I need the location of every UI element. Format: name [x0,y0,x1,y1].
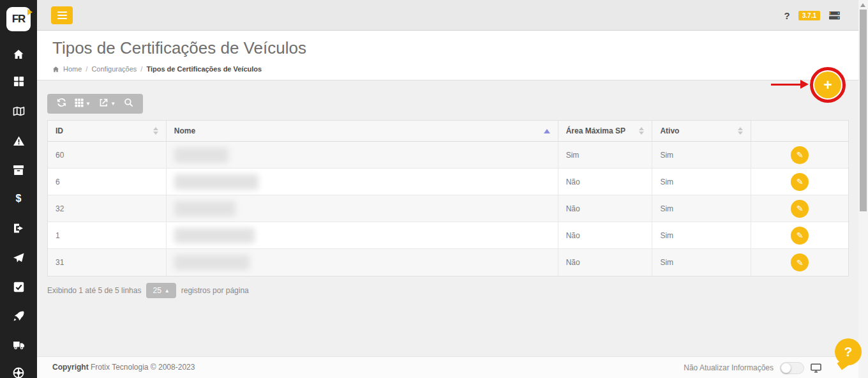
logo-arrow-icon [27,9,33,15]
sort-icon [738,127,743,135]
hamburger-menu-button[interactable] [51,6,73,24]
scrollbar-thumb[interactable] [860,10,867,211]
cell-id: 32 [48,195,167,222]
sidebar-item-rocket[interactable] [0,310,37,322]
help-widget-button[interactable]: ? [835,338,862,365]
cell-area-maxima-sp: Sim [558,142,653,168]
cell-ativo: Sim [652,142,751,168]
table-row: 60 Sim Sim ✎ [48,142,848,169]
top-navbar: ? 3.7.1 [37,0,858,31]
table-row: 6 Não Sim ✎ [48,169,848,195]
cell-id: 60 [48,142,167,168]
cell-area-maxima-sp: Não [558,249,653,276]
certifications-table: ID Nome Área Máxima SP Ativo 60 Sim Sim … [47,120,849,276]
sidebar-item-truck[interactable] [0,340,37,351]
copyright-text: Copyright Frotix Tecnologia © 2008-2023 [52,363,195,372]
export-dropdown-button[interactable]: ▼ [99,98,116,110]
pencil-icon: ✎ [797,177,804,186]
cell-nome-redacted [167,222,558,248]
cell-id: 6 [48,169,167,195]
paper-plane-icon [13,252,25,264]
sidebar-item-wheel[interactable] [0,367,37,378]
sign-out-icon [13,223,24,234]
sidebar-item-alerts[interactable] [0,135,37,147]
cell-actions: ✎ [751,142,848,168]
redacted-text [174,228,255,243]
scroll-up-arrow-icon[interactable] [860,3,865,7]
column-header-id[interactable]: ID [48,121,167,141]
update-info-toggle[interactable] [780,362,804,374]
pagination-summary: Exibindo 1 até 5 de 5 linhas [47,286,141,295]
pencil-icon: ✎ [797,258,804,268]
table-row: 1 Não Sim ✎ [48,222,848,249]
app-root: FR $ [0,0,868,378]
page-size-dropdown[interactable]: 25 ▲ [146,283,176,298]
edit-button[interactable]: ✎ [791,227,809,245]
annotation-arrow-head [800,80,809,89]
monitor-icon[interactable] [811,363,821,373]
page-header: Tipos de Certificações de Veículos Home … [37,31,858,80]
breadcrumb-separator: / [140,65,142,73]
export-icon [99,98,108,110]
toggle-label: Não Atualizar Informações [684,363,774,372]
sidebar-item-sign-out[interactable] [0,223,37,234]
server-stack-icon[interactable] [828,11,841,20]
warning-triangle-icon [13,135,25,147]
page-title: Tipos de Certificações de Veículos [52,38,306,58]
add-record-button[interactable]: + [814,72,841,98]
cell-nome-redacted [167,249,558,276]
cell-ativo: Sim [652,249,751,276]
breadcrumb: Home / Configurações / Tipos de Certific… [52,65,262,73]
sort-asc-icon [544,129,550,133]
columns-dropdown-button[interactable]: ▼ [75,98,91,110]
per-page-label: registros por página [181,286,249,295]
sort-icon [639,127,644,135]
breadcrumb-current: Tipos de Certificações de Veículos [146,65,262,73]
rocket-icon [13,310,24,322]
help-icon[interactable]: ? [784,10,790,21]
column-header-nome[interactable]: Nome [167,121,558,141]
truck-icon [13,340,25,351]
cell-actions: ✎ [751,222,848,248]
pencil-icon: ✎ [797,204,804,213]
table-row: 32 Não Sim ✎ [48,195,848,222]
app-logo[interactable]: FR [6,7,31,31]
redacted-text [174,147,228,163]
sidebar-item-send[interactable] [0,252,37,264]
edit-button[interactable]: ✎ [791,253,809,271]
cell-ativo: Sim [652,195,751,222]
cell-id: 31 [48,249,167,276]
vertical-scrollbar[interactable] [858,0,868,378]
breadcrumb-separator: / [86,65,87,73]
cell-ativo: Sim [652,222,751,248]
sidebar-item-finance[interactable]: $ [0,193,37,204]
sidebar-item-archive[interactable] [0,165,37,176]
cell-nome-redacted [167,142,558,168]
app-logo-text: FR [12,13,26,26]
redacted-text [174,201,236,216]
breadcrumb-home[interactable]: Home [63,65,82,73]
cell-nome-redacted [167,195,558,222]
search-button[interactable] [124,98,133,110]
cell-area-maxima-sp: Não [558,195,653,222]
sidebar-item-home[interactable] [0,49,37,60]
sidebar-item-tasks[interactable] [0,282,37,292]
refresh-button[interactable] [57,98,66,110]
breadcrumb-configuracoes[interactable]: Configurações [91,65,137,73]
edit-button[interactable]: ✎ [791,146,809,164]
navbar-right-group: ? 3.7.1 [784,0,841,31]
columns-grid-icon [75,98,84,110]
refresh-icon [57,98,66,110]
chevron-up-icon: ▲ [165,288,170,294]
edit-button[interactable]: ✎ [791,200,809,218]
sidebar-item-map[interactable] [0,105,37,117]
column-header-ativo[interactable]: Ativo [652,121,751,141]
cell-nome-redacted [167,169,558,195]
edit-button[interactable]: ✎ [791,173,809,191]
pencil-icon: ✎ [797,231,804,240]
cell-actions: ✎ [751,249,848,276]
version-badge: 3.7.1 [798,11,820,20]
column-header-area-maxima-sp[interactable]: Área Máxima SP [558,121,653,141]
sidebar-item-modules[interactable] [0,76,37,87]
pencil-icon: ✎ [797,150,804,160]
